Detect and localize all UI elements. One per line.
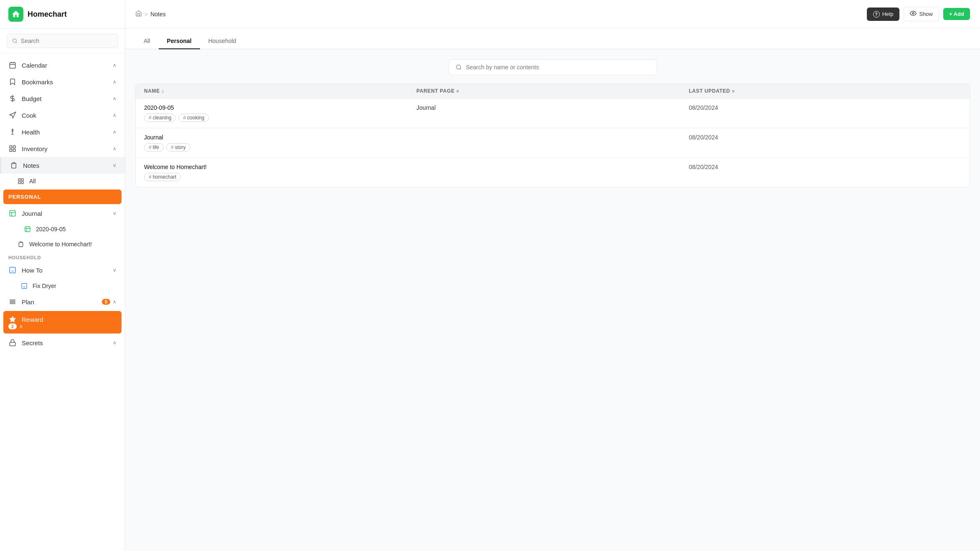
plan-label: Plan [22,298,34,306]
secrets-label: Secrets [22,339,43,346]
sidebar-item-cook[interactable]: Cook ∧ [0,107,125,124]
tab-household[interactable]: Household [200,33,245,49]
sidebar-item-fix-dryer[interactable]: Fix Dryer [0,278,125,293]
plan-chevron: ∧ [113,299,116,305]
row-date: 08/20/2024 [689,164,718,170]
logo-icon [8,7,23,22]
svg-rect-15 [10,342,15,346]
calendar-chevron: ∧ [113,62,116,68]
add-button[interactable]: + Add [943,8,970,20]
search-input[interactable] [21,38,113,44]
tag-life[interactable]: # life [144,143,164,152]
personal-label: PERSONAL [8,194,41,200]
show-button[interactable]: Show [904,7,939,21]
tag-cooking[interactable]: # cooking [178,114,209,122]
sidebar-item-plan[interactable]: Plan 5 ∧ [0,293,125,310]
svg-point-17 [456,65,460,69]
search-box[interactable] [7,34,118,48]
journal-entry-icon [23,225,32,233]
svg-rect-5 [13,149,15,152]
notes-search-box[interactable] [448,59,657,75]
reward-chevron: ∧ [19,324,23,329]
notes-search-icon [456,64,462,71]
svg-rect-10 [18,182,20,184]
updated-filter-icon: ≡ [732,88,735,94]
sidebar-item-budget[interactable]: Budget ∧ [0,90,125,107]
tab-personal[interactable]: Personal [159,33,200,49]
row-name-col: Welcome to Homechart! # homechart [144,164,416,181]
health-label: Health [22,129,40,136]
row-date-col: 08/20/2024 [689,104,961,111]
svg-rect-3 [10,146,12,148]
table-row[interactable]: Journal # life # story [136,128,970,158]
th-name[interactable]: NAME ↓ [144,88,416,94]
svg-point-0 [13,39,17,43]
sidebar-personal-active[interactable]: PERSONAL [3,190,122,204]
reward-badge: 2 [8,324,17,329]
parent-filter-icon: ≡ [456,88,459,94]
bookmarks-chevron: ∧ [113,79,116,85]
reward-icon [8,315,17,324]
row-name-col: 2020-09-05 # cleaning # cooking [144,104,416,122]
sidebar-notes-all[interactable]: All [0,174,125,189]
svg-rect-7 [18,179,20,181]
help-button[interactable]: ? Help [867,8,900,21]
household-section-label: HOUSEHOLD [0,252,125,262]
table-header: NAME ↓ PARENT PAGE ≡ LAST UPDATED ≡ [136,84,970,99]
row-tags: # homechart [144,173,416,181]
row-name: 2020-09-05 [144,104,416,111]
sidebar-item-notes[interactable]: Notes ∨ [0,157,125,174]
howto-icon [8,266,17,274]
tag-homechart[interactable]: # homechart [144,173,181,181]
tag-story[interactable]: # story [166,143,190,152]
notes-table: NAME ↓ PARENT PAGE ≡ LAST UPDATED ≡ 2020… [135,83,970,187]
svg-rect-14 [22,283,27,288]
cook-label: Cook [22,112,36,119]
howto-label: How To [22,267,43,274]
row-name-col: Journal # life # story [144,134,416,152]
svg-rect-8 [21,179,23,181]
sidebar-item-reward[interactable]: Reward 2 ∧ [3,311,122,334]
cook-chevron: ∧ [113,112,116,118]
calendar-icon [8,61,17,69]
journal-label: Journal [22,210,42,217]
sidebar-item-2020-09-05[interactable]: 2020-09-05 [0,222,125,237]
plan-icon [8,298,17,306]
th-last-updated[interactable]: LAST UPDATED ≡ [689,88,961,94]
notes-search-input[interactable] [466,64,650,71]
bookmarks-label: Bookmarks [22,78,53,86]
inventory-label: Inventory [22,145,48,152]
tag-cleaning[interactable]: # cleaning [144,114,176,122]
app-name: Homechart [28,10,67,19]
sidebar: Homechart Calendar ∧ [0,0,125,551]
sidebar-item-calendar[interactable]: Calendar ∧ [0,57,125,73]
fix-dryer-label: Fix Dryer [33,283,56,289]
welcome-label: Welcome to Homechart! [29,241,92,248]
sidebar-item-health[interactable]: Health ∧ [0,124,125,140]
sidebar-item-journal[interactable]: Journal ∨ [0,205,125,222]
row-date-col: 08/20/2024 [689,134,961,141]
table-row[interactable]: Welcome to Homechart! # homechart 08/20/… [136,158,970,187]
svg-rect-9 [21,182,23,184]
eye-icon [910,10,917,18]
row-tags: # cleaning # cooking [144,114,416,122]
tab-all[interactable]: All [135,33,159,49]
sidebar-item-inventory[interactable]: Inventory ∧ [0,140,125,157]
sidebar-item-bookmarks[interactable]: Bookmarks ∧ [0,73,125,90]
sidebar-item-howto[interactable]: How To ∨ [0,262,125,278]
sidebar-item-secrets[interactable]: Secrets ∧ [0,334,125,351]
row-date-col: 08/20/2024 [689,164,961,170]
sidebar-item-welcome[interactable]: Welcome to Homechart! [0,237,125,252]
tabs-bar: All Personal Household [125,28,980,49]
sort-asc-icon: ↓ [162,88,165,94]
table-row[interactable]: 2020-09-05 # cleaning # cooking Journal [136,99,970,128]
app-logo[interactable]: Homechart [0,0,125,29]
health-icon [8,128,17,136]
row-name: Welcome to Homechart! [144,164,416,170]
th-parent-page[interactable]: PARENT PAGE ≡ [416,88,689,94]
breadcrumb-current: Notes [150,11,166,18]
help-icon: ? [873,11,880,18]
breadcrumb-home[interactable] [135,10,142,18]
svg-rect-13 [10,267,15,273]
journal-entry-label: 2020-09-05 [36,226,66,233]
